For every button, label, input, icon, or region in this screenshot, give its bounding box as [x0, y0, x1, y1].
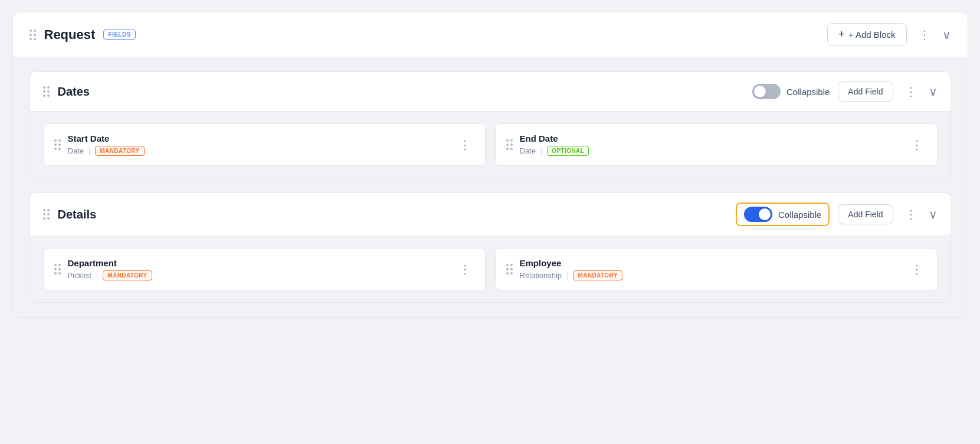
section-dates: Dates Collapsible Add Field ⋮ ∨: [30, 71, 951, 178]
dates-drag-handle[interactable]: [43, 86, 50, 97]
department-type: Picklist: [68, 271, 91, 280]
end-date-sep: |: [540, 146, 542, 155]
dates-collapsible-toggle-wrapper: Collapsible: [752, 84, 830, 99]
employee-type: Relationship: [520, 271, 562, 280]
employee-info: Employee Relationship | MANDATORY: [520, 258, 622, 280]
department-badge: MANDATORY: [103, 270, 152, 280]
department-kebab[interactable]: ⋮: [455, 260, 474, 279]
dates-add-field-button[interactable]: Add Field: [838, 81, 893, 102]
start-date-drag-handle[interactable]: [54, 139, 61, 150]
start-date-sep: |: [89, 146, 90, 155]
main-drag-handle[interactable]: [30, 30, 36, 40]
field-department: Department Picklist | MANDATORY ⋮: [43, 248, 486, 290]
employee-name: Employee: [520, 258, 622, 268]
page-container: Request FIELDS + + Add Block ⋮ ∨: [12, 12, 968, 318]
start-date-name: Start Date: [68, 133, 145, 143]
details-add-field-button[interactable]: Add Field: [838, 204, 893, 224]
details-section-title: Details: [58, 208, 97, 221]
start-date-kebab[interactable]: ⋮: [455, 135, 474, 154]
department-drag-handle[interactable]: [54, 264, 61, 275]
main-header: Request FIELDS + + Add Block ⋮ ∨: [13, 12, 968, 57]
field-end-date-left: End Date Date | OPTIONAL: [506, 133, 589, 156]
content-area: Dates Collapsible Add Field ⋮ ∨: [13, 57, 968, 317]
end-date-name: End Date: [520, 133, 589, 143]
employee-badge: MANDATORY: [573, 270, 622, 280]
end-date-kebab[interactable]: ⋮: [907, 135, 926, 154]
start-date-badge: MANDATORY: [95, 146, 144, 156]
start-date-meta: Date | MANDATORY: [68, 146, 145, 156]
main-header-left: Request FIELDS: [30, 27, 136, 43]
department-meta: Picklist | MANDATORY: [68, 270, 152, 280]
main-title: Request: [44, 27, 96, 43]
end-date-drag-handle[interactable]: [506, 139, 513, 150]
end-date-type: Date: [520, 146, 536, 155]
department-name: Department: [68, 258, 152, 268]
dates-collapsible-label: Collapsible: [786, 87, 830, 97]
main-kebab-icon[interactable]: ⋮: [915, 25, 934, 44]
section-details: Details Collapsible Add Field ⋮ ∨: [30, 192, 951, 303]
section-dates-header-right: Collapsible Add Field ⋮ ∨: [752, 81, 938, 102]
plus-icon: +: [838, 28, 845, 41]
main-header-right: + + Add Block ⋮ ∨: [827, 23, 950, 46]
main-card: Request FIELDS + + Add Block ⋮ ∨: [12, 12, 968, 318]
section-dates-header: Dates Collapsible Add Field ⋮ ∨: [30, 72, 950, 112]
details-chevron-icon[interactable]: ∨: [929, 207, 938, 221]
fields-badge: FIELDS: [103, 30, 136, 40]
add-block-button[interactable]: + + Add Block: [827, 23, 906, 46]
department-info: Department Picklist | MANDATORY: [68, 258, 152, 280]
section-details-header-left: Details: [43, 208, 97, 221]
employee-meta: Relationship | MANDATORY: [520, 270, 622, 280]
end-date-info: End Date Date | OPTIONAL: [520, 133, 589, 156]
details-collapsible-label: Collapsible: [778, 210, 821, 220]
details-kebab-icon[interactable]: ⋮: [902, 205, 920, 224]
end-date-badge: OPTIONAL: [547, 146, 589, 156]
dates-chevron-icon[interactable]: ∨: [929, 84, 938, 99]
section-dates-header-left: Dates: [43, 85, 90, 99]
add-block-label: + Add Block: [848, 30, 896, 40]
dates-collapsible-toggle[interactable]: [752, 84, 781, 99]
employee-drag-handle[interactable]: [506, 264, 513, 275]
dates-kebab-icon[interactable]: ⋮: [902, 82, 920, 101]
field-end-date: End Date Date | OPTIONAL ⋮: [495, 123, 938, 166]
section-details-header-right: Collapsible Add Field ⋮ ∨: [736, 203, 938, 226]
section-details-header: Details Collapsible Add Field ⋮ ∨: [30, 193, 950, 236]
employee-sep: |: [566, 271, 568, 280]
details-fields-grid: Department Picklist | MANDATORY ⋮: [30, 236, 950, 302]
field-department-left: Department Picklist | MANDATORY: [54, 258, 152, 280]
dates-fields-grid: Start Date Date | MANDATORY ⋮: [30, 112, 950, 178]
details-collapsible-toggle[interactable]: [744, 207, 772, 222]
start-date-type: Date: [68, 146, 84, 155]
field-start-date: Start Date Date | MANDATORY ⋮: [43, 123, 486, 166]
employee-kebab[interactable]: ⋮: [907, 260, 926, 279]
field-employee: Employee Relationship | MANDATORY ⋮: [495, 248, 938, 290]
dates-section-title: Dates: [58, 85, 90, 99]
details-drag-handle[interactable]: [43, 209, 50, 220]
department-sep: |: [96, 271, 98, 280]
details-collapsible-highlight: Collapsible: [736, 203, 830, 226]
field-employee-left: Employee Relationship | MANDATORY: [506, 258, 622, 280]
start-date-info: Start Date Date | MANDATORY: [68, 133, 145, 156]
field-start-date-left: Start Date Date | MANDATORY: [54, 133, 145, 156]
end-date-meta: Date | OPTIONAL: [520, 146, 589, 156]
main-chevron-icon[interactable]: ∨: [942, 28, 951, 42]
